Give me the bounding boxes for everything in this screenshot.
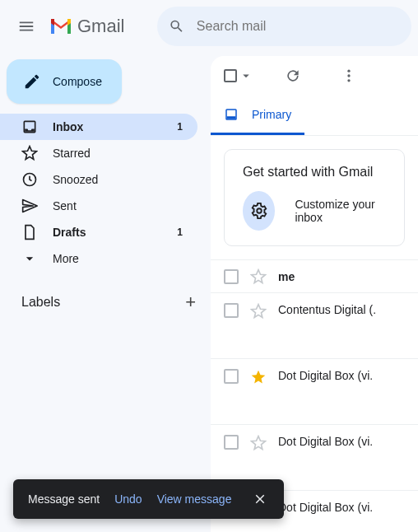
email-sender: me	[278, 270, 295, 283]
nav-count: 1	[177, 226, 183, 238]
email-row[interactable]: Dot Digital Box (vi.	[211, 358, 418, 424]
sidebar-item-sent[interactable]: Sent	[0, 193, 197, 219]
toast-undo-link[interactable]: Undo	[114, 492, 142, 506]
sidebar-item-snoozed[interactable]: Snoozed	[0, 166, 197, 193]
email-checkbox[interactable]	[224, 369, 239, 384]
nav-label: Inbox	[53, 120, 83, 133]
email-row[interactable]: Contentus Digital (.	[211, 292, 418, 358]
main-menu-button[interactable]	[7, 7, 46, 46]
star-icon[interactable]	[250, 435, 267, 451]
customize-inbox-item[interactable]: Customize your inbox	[243, 191, 386, 231]
email-checkbox[interactable]	[224, 435, 239, 450]
category-tabs: Primary	[211, 96, 418, 136]
gmail-logo[interactable]: Gmail	[49, 16, 124, 37]
star-icon[interactable]	[250, 303, 267, 320]
email-sender: Contentus Digital (.	[278, 303, 376, 316]
nav-label: Snoozed	[53, 173, 98, 186]
get-started-title: Get started with Gmail	[243, 165, 386, 180]
get-started-card: Get started with Gmail Customize your in…	[224, 149, 405, 246]
star-icon[interactable]	[250, 369, 267, 385]
nav-label: Drafts	[53, 226, 86, 239]
mail-content: Primary Get started with Gmail Customize…	[211, 56, 418, 532]
labels-heading: Labels	[21, 295, 60, 310]
select-all-checkbox[interactable]	[224, 68, 253, 83]
pencil-icon	[23, 72, 41, 91]
email-sender: Dot Digital Box (vi.	[278, 369, 373, 382]
file-icon	[21, 224, 38, 240]
customize-icon-circle	[243, 191, 275, 231]
nav-label: Sent	[53, 199, 77, 212]
svg-point-1	[347, 70, 350, 72]
email-checkbox[interactable]	[224, 269, 239, 284]
hamburger-icon	[17, 17, 35, 35]
refresh-icon	[285, 68, 301, 84]
search-bar[interactable]	[157, 7, 411, 46]
customize-inbox-text: Customize your inbox	[295, 198, 386, 224]
toast-snackbar: Message sent Undo View message	[13, 479, 284, 519]
email-sender: Dot Digital Box (vi.	[278, 435, 373, 448]
nav-count: 1	[177, 121, 183, 133]
tab-primary-label: Primary	[252, 108, 291, 121]
gmail-logo-text: Gmail	[77, 16, 124, 37]
compose-button[interactable]: Compose	[7, 59, 122, 104]
compose-label: Compose	[53, 75, 102, 88]
sidebar-item-drafts[interactable]: Drafts1	[0, 219, 197, 245]
email-row[interactable]: me	[211, 259, 418, 292]
nav-label: More	[53, 252, 79, 265]
svg-point-3	[347, 79, 350, 82]
email-sender: Dot Digital Box (vi.	[278, 501, 373, 514]
more-vert-icon	[341, 68, 357, 84]
sidebar-item-more[interactable]: More	[0, 245, 197, 272]
gmail-logo-icon	[49, 17, 72, 35]
star-icon	[21, 145, 38, 161]
gear-icon	[250, 202, 268, 220]
caret-down-icon	[239, 68, 253, 83]
star-icon[interactable]	[250, 268, 267, 285]
refresh-button[interactable]	[276, 59, 309, 92]
toast-message: Message sent	[28, 492, 100, 506]
close-icon	[253, 492, 267, 506]
sidebar-item-starred[interactable]: Starred	[0, 140, 197, 166]
search-icon	[169, 17, 184, 35]
chevron-down-icon	[21, 250, 38, 267]
svg-point-4	[257, 208, 262, 213]
nav-label: Starred	[53, 147, 91, 160]
more-button[interactable]	[332, 59, 365, 92]
toast-view-message-link[interactable]: View message	[157, 492, 232, 506]
sidebar: Compose Inbox1StarredSnoozedSentDrafts1M…	[0, 53, 211, 532]
svg-point-2	[347, 74, 350, 77]
tab-primary[interactable]: Primary	[211, 96, 304, 135]
add-label-button[interactable]: +	[185, 292, 196, 313]
sidebar-item-inbox[interactable]: Inbox1	[0, 114, 197, 140]
toast-close-button[interactable]	[246, 485, 274, 513]
mail-toolbar	[211, 56, 418, 96]
send-icon	[21, 198, 38, 214]
search-input[interactable]	[197, 19, 400, 34]
inbox-icon	[21, 119, 38, 135]
app-header: Gmail	[0, 0, 418, 53]
primary-tab-icon	[224, 107, 239, 122]
labels-header: Labels +	[0, 292, 211, 313]
email-checkbox[interactable]	[224, 303, 239, 318]
clock-icon	[21, 171, 38, 188]
